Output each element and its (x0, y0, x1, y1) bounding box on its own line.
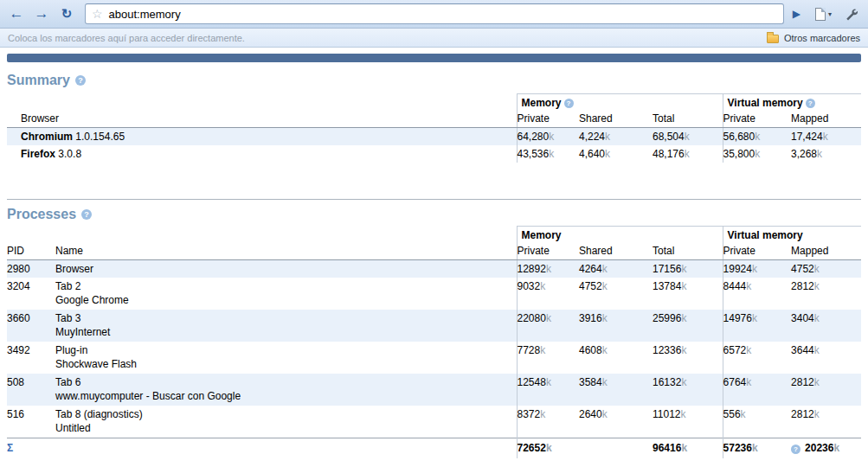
about-memory-page: Summary ? Memory? Virtual memory? Browse… (0, 48, 868, 458)
process-name-cell: Tab 8 (diagnostics)Untitled (48, 406, 517, 438)
total-virtual-private-cell: 57236k (723, 438, 791, 459)
total-column-header: Total (653, 110, 723, 128)
virtual-private-column-header: Private (723, 242, 791, 260)
total-cell: 13784k (653, 278, 723, 310)
process-name-cell: Tab 6www.muycomputer - Buscar con Google (48, 374, 517, 406)
process-row: 3204 Tab 2Google Chrome 9032k 4752k 1378… (7, 278, 861, 310)
total-shared-cell (579, 438, 653, 459)
browser-version: 3.0.8 (58, 148, 81, 160)
sigma-symbol: Σ (7, 438, 517, 459)
unit-suffix: k (681, 312, 686, 324)
process-subname: Shockwave Flash (55, 357, 517, 372)
mapped-cell: 4752k (791, 260, 861, 278)
unit-suffix: k (602, 263, 608, 275)
section-divider (7, 199, 861, 200)
back-button[interactable]: ← (5, 3, 28, 24)
memory-group-header: Memory? (517, 94, 723, 111)
total-private-cell: 72652k (517, 438, 579, 459)
shared-column-header: Shared (579, 110, 653, 128)
total-column-header: Total (653, 242, 723, 260)
unit-suffix: k (741, 408, 746, 420)
process-name-cell: Plug-inShockwave Flash (48, 342, 517, 374)
go-button[interactable]: ▶ (791, 8, 807, 20)
pid-cell: 2980 (7, 260, 48, 278)
pid-cell: 508 (7, 374, 48, 406)
virtual-private-cell: 6764k (723, 374, 791, 406)
help-icon[interactable]: ? (791, 445, 800, 454)
unit-suffix: k (814, 344, 820, 356)
process-subname: Google Chrome (55, 293, 517, 308)
browser-version: 1.0.154.65 (75, 131, 125, 143)
reload-button[interactable]: ↻ (55, 3, 78, 24)
process-name: Plug-in (55, 343, 517, 357)
private-cell: 64,280k (517, 128, 579, 146)
forward-button[interactable]: → (30, 3, 53, 24)
virtual-memory-group-header: Virtual memory (723, 227, 861, 243)
help-icon[interactable]: ? (81, 209, 92, 220)
total-cell: 68,504k (653, 128, 723, 146)
page-top-bar (7, 54, 861, 62)
group-header-spacer (7, 94, 517, 111)
process-row: 508 Tab 6www.muycomputer - Buscar con Go… (7, 374, 861, 406)
help-icon[interactable]: ? (806, 99, 815, 108)
total-cell: 17156k (653, 260, 723, 278)
other-bookmarks-button[interactable]: Otros marcadores (767, 33, 860, 43)
browser-name-cell: Chromium 1.0.154.65 (7, 128, 517, 146)
address-text[interactable]: about:memory (109, 8, 181, 21)
private-cell: 43,536k (517, 145, 579, 163)
wrench-menu-button[interactable] (839, 3, 863, 24)
page-menu-button[interactable]: ▾ (810, 3, 837, 24)
unit-suffix: k (817, 148, 822, 160)
unit-suffix: k (546, 442, 552, 454)
shared-cell: 4608k (579, 342, 653, 374)
virtual-memory-group-header: Virtual memory? (723, 94, 861, 111)
totals-row: Σ 72652k 96416k 57236k ?20236k (7, 438, 861, 459)
total-cell: 12336k (653, 342, 723, 374)
process-row: 516 Tab 8 (diagnostics)Untitled 8372k 26… (7, 406, 861, 438)
help-icon[interactable]: ? (75, 75, 86, 86)
shared-column-header: Shared (579, 242, 653, 260)
unit-suffix: k (549, 131, 554, 143)
bookmark-star-icon[interactable]: ☆ (92, 8, 103, 20)
virtual-memory-group-label: Virtual memory (728, 229, 803, 241)
unit-suffix: k (680, 408, 685, 420)
unit-suffix: k (814, 280, 820, 292)
unit-suffix: k (833, 442, 839, 454)
private-column-header: Private (517, 110, 579, 128)
process-subname: Untitled (55, 421, 517, 436)
virtual-memory-group-label: Virtual memory (728, 97, 803, 109)
virtual-private-cell: 35,800k (723, 145, 791, 163)
process-name-cell: Tab 2Google Chrome (48, 278, 517, 310)
unit-suffix: k (746, 376, 751, 388)
shared-cell: 4,640k (579, 145, 653, 163)
processes-column-header-row: PID Name Private Shared Total Private Ma… (7, 242, 861, 260)
unit-suffix: k (605, 148, 610, 160)
virtual-private-cell: 19924k (723, 260, 791, 278)
shared-cell: 2640k (579, 406, 653, 438)
virtual-private-cell: 556k (723, 406, 791, 438)
browser-column-header: Browser (7, 110, 517, 128)
group-header-spacer (7, 227, 517, 243)
unit-suffix: k (814, 312, 820, 324)
process-name: Tab 8 (diagnostics) (55, 407, 517, 421)
help-icon[interactable]: ? (564, 99, 574, 108)
memory-group-header: Memory (517, 227, 723, 243)
total-total-cell: 96416k (653, 438, 723, 459)
page-icon (815, 8, 826, 21)
process-name-cell: Tab 3MuyInternet (48, 310, 517, 342)
mapped-column-header: Mapped (791, 242, 861, 260)
total-mapped-cell: ?20236k (791, 438, 861, 459)
unit-suffix: k (752, 442, 758, 454)
process-name: Tab 6 (55, 375, 517, 389)
shared-cell: 4752k (579, 278, 653, 310)
unit-suffix: k (752, 263, 757, 275)
unit-suffix: k (681, 263, 686, 275)
address-bar[interactable]: ☆ about:memory (85, 3, 784, 24)
unit-suffix: k (814, 376, 820, 388)
unit-suffix: k (540, 280, 545, 292)
total-cell: 11012k (653, 406, 723, 438)
unit-suffix: k (746, 344, 751, 356)
mapped-cell: 2812k (791, 406, 861, 438)
browser-name: Firefox (21, 148, 55, 160)
bookmarks-bar: Coloca los marcadores aquí para acceder … (0, 29, 868, 48)
